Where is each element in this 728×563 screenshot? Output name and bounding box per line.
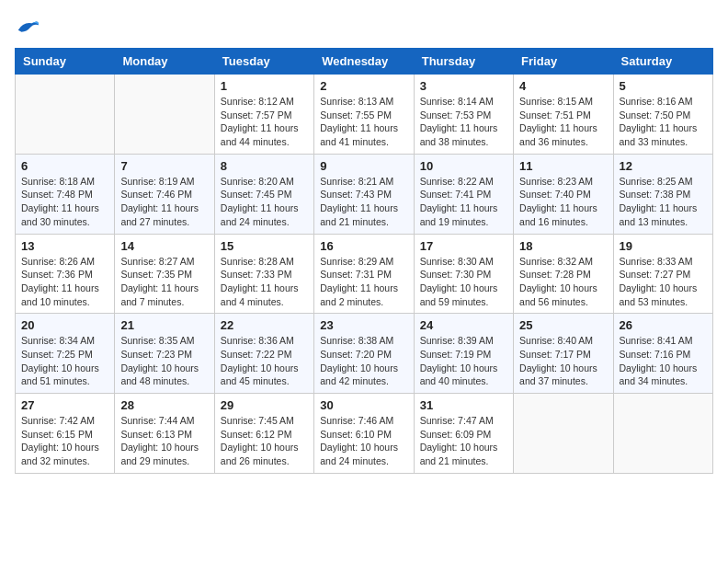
calendar-cell: 30Sunrise: 7:46 AM Sunset: 6:10 PM Dayli…	[314, 394, 414, 474]
day-info: Sunrise: 8:32 AM Sunset: 7:28 PM Dayligh…	[519, 255, 607, 309]
day-number: 10	[420, 159, 507, 173]
day-info: Sunrise: 8:16 AM Sunset: 7:50 PM Dayligh…	[620, 95, 707, 149]
day-info: Sunrise: 8:19 AM Sunset: 7:46 PM Dayligh…	[120, 175, 208, 229]
day-number: 4	[519, 79, 607, 93]
calendar-cell: 31Sunrise: 7:47 AM Sunset: 6:09 PM Dayli…	[414, 394, 513, 474]
col-header-friday: Friday	[514, 49, 613, 75]
calendar-cell: 8Sunrise: 8:20 AM Sunset: 7:45 PM Daylig…	[214, 154, 313, 234]
calendar-cell: 26Sunrise: 8:41 AM Sunset: 7:16 PM Dayli…	[613, 314, 712, 394]
calendar-cell: 15Sunrise: 8:28 AM Sunset: 7:33 PM Dayli…	[214, 234, 313, 314]
day-info: Sunrise: 8:27 AM Sunset: 7:35 PM Dayligh…	[120, 255, 208, 309]
day-info: Sunrise: 7:44 AM Sunset: 6:13 PM Dayligh…	[120, 414, 208, 468]
calendar-cell: 6Sunrise: 8:18 AM Sunset: 7:48 PM Daylig…	[16, 154, 115, 234]
day-info: Sunrise: 8:15 AM Sunset: 7:51 PM Dayligh…	[519, 95, 607, 149]
day-number: 30	[320, 398, 407, 412]
calendar-cell: 9Sunrise: 8:21 AM Sunset: 7:43 PM Daylig…	[314, 154, 414, 234]
day-info: Sunrise: 8:40 AM Sunset: 7:17 PM Dayligh…	[519, 334, 607, 388]
day-info: Sunrise: 8:25 AM Sunset: 7:38 PM Dayligh…	[620, 175, 707, 229]
day-info: Sunrise: 8:23 AM Sunset: 7:40 PM Dayligh…	[519, 175, 607, 229]
calendar-cell: 28Sunrise: 7:44 AM Sunset: 6:13 PM Dayli…	[115, 394, 214, 474]
calendar-cell: 20Sunrise: 8:34 AM Sunset: 7:25 PM Dayli…	[16, 314, 115, 394]
calendar-cell: 10Sunrise: 8:22 AM Sunset: 7:41 PM Dayli…	[414, 154, 513, 234]
calendar-header-row: SundayMondayTuesdayWednesdayThursdayFrid…	[16, 49, 713, 75]
calendar-cell: 7Sunrise: 8:19 AM Sunset: 7:46 PM Daylig…	[115, 154, 214, 234]
day-number: 17	[420, 239, 507, 253]
day-number: 25	[519, 318, 607, 332]
col-header-tuesday: Tuesday	[214, 49, 313, 75]
day-info: Sunrise: 8:34 AM Sunset: 7:25 PM Dayligh…	[21, 334, 108, 388]
day-info: Sunrise: 7:47 AM Sunset: 6:09 PM Dayligh…	[420, 414, 507, 468]
day-info: Sunrise: 8:22 AM Sunset: 7:41 PM Dayligh…	[420, 175, 507, 229]
day-info: Sunrise: 7:42 AM Sunset: 6:15 PM Dayligh…	[21, 414, 108, 468]
day-info: Sunrise: 8:41 AM Sunset: 7:16 PM Dayligh…	[620, 334, 707, 388]
calendar-week-row: 6Sunrise: 8:18 AM Sunset: 7:48 PM Daylig…	[16, 154, 713, 234]
calendar-cell: 17Sunrise: 8:30 AM Sunset: 7:30 PM Dayli…	[414, 234, 513, 314]
calendar-week-row: 27Sunrise: 7:42 AM Sunset: 6:15 PM Dayli…	[16, 394, 713, 474]
day-number: 26	[620, 318, 707, 332]
day-number: 15	[221, 239, 308, 253]
day-info: Sunrise: 8:38 AM Sunset: 7:20 PM Dayligh…	[320, 334, 407, 388]
calendar-week-row: 20Sunrise: 8:34 AM Sunset: 7:25 PM Dayli…	[16, 314, 713, 394]
calendar-table: SundayMondayTuesdayWednesdayThursdayFrid…	[15, 48, 713, 474]
day-number: 22	[221, 318, 308, 332]
day-number: 13	[21, 239, 108, 253]
col-header-wednesday: Wednesday	[314, 49, 414, 75]
calendar-cell: 18Sunrise: 8:32 AM Sunset: 7:28 PM Dayli…	[514, 234, 613, 314]
calendar-cell	[613, 394, 712, 474]
calendar-cell: 29Sunrise: 7:45 AM Sunset: 6:12 PM Dayli…	[214, 394, 313, 474]
day-number: 28	[120, 398, 208, 412]
day-number: 18	[519, 239, 607, 253]
col-header-thursday: Thursday	[414, 49, 513, 75]
calendar-cell: 13Sunrise: 8:26 AM Sunset: 7:36 PM Dayli…	[16, 234, 115, 314]
calendar-cell: 2Sunrise: 8:13 AM Sunset: 7:55 PM Daylig…	[314, 75, 414, 155]
calendar-week-row: 1Sunrise: 8:12 AM Sunset: 7:57 PM Daylig…	[16, 75, 713, 155]
day-info: Sunrise: 8:30 AM Sunset: 7:30 PM Dayligh…	[420, 255, 507, 309]
calendar-cell: 25Sunrise: 8:40 AM Sunset: 7:17 PM Dayli…	[514, 314, 613, 394]
day-number: 23	[320, 318, 407, 332]
logo	[15, 15, 44, 40]
day-number: 20	[21, 318, 108, 332]
day-number: 7	[120, 159, 208, 173]
calendar-cell: 12Sunrise: 8:25 AM Sunset: 7:38 PM Dayli…	[613, 154, 712, 234]
day-number: 12	[620, 159, 707, 173]
calendar-week-row: 13Sunrise: 8:26 AM Sunset: 7:36 PM Dayli…	[16, 234, 713, 314]
col-header-saturday: Saturday	[613, 49, 712, 75]
calendar-cell: 24Sunrise: 8:39 AM Sunset: 7:19 PM Dayli…	[414, 314, 513, 394]
day-info: Sunrise: 8:20 AM Sunset: 7:45 PM Dayligh…	[221, 175, 308, 229]
page-header	[15, 15, 713, 40]
calendar-cell: 27Sunrise: 7:42 AM Sunset: 6:15 PM Dayli…	[16, 394, 115, 474]
day-number: 27	[21, 398, 108, 412]
day-info: Sunrise: 8:29 AM Sunset: 7:31 PM Dayligh…	[320, 255, 407, 309]
day-info: Sunrise: 8:26 AM Sunset: 7:36 PM Dayligh…	[21, 255, 108, 309]
day-number: 21	[120, 318, 208, 332]
day-info: Sunrise: 7:46 AM Sunset: 6:10 PM Dayligh…	[320, 414, 407, 468]
day-info: Sunrise: 8:14 AM Sunset: 7:53 PM Dayligh…	[420, 95, 507, 149]
calendar-cell: 16Sunrise: 8:29 AM Sunset: 7:31 PM Dayli…	[314, 234, 414, 314]
col-header-sunday: Sunday	[16, 49, 115, 75]
day-info: Sunrise: 8:35 AM Sunset: 7:23 PM Dayligh…	[120, 334, 208, 388]
day-number: 29	[221, 398, 308, 412]
day-info: Sunrise: 8:39 AM Sunset: 7:19 PM Dayligh…	[420, 334, 507, 388]
day-info: Sunrise: 8:21 AM Sunset: 7:43 PM Dayligh…	[320, 175, 407, 229]
calendar-cell: 1Sunrise: 8:12 AM Sunset: 7:57 PM Daylig…	[214, 75, 313, 155]
day-number: 9	[320, 159, 407, 173]
day-number: 11	[519, 159, 607, 173]
day-info: Sunrise: 8:13 AM Sunset: 7:55 PM Dayligh…	[320, 95, 407, 149]
day-number: 14	[120, 239, 208, 253]
calendar-cell: 23Sunrise: 8:38 AM Sunset: 7:20 PM Dayli…	[314, 314, 414, 394]
day-number: 6	[21, 159, 108, 173]
day-number: 5	[620, 79, 707, 93]
day-info: Sunrise: 8:18 AM Sunset: 7:48 PM Dayligh…	[21, 175, 108, 229]
day-number: 24	[420, 318, 507, 332]
day-info: Sunrise: 8:28 AM Sunset: 7:33 PM Dayligh…	[221, 255, 308, 309]
calendar-cell	[16, 75, 115, 155]
calendar-cell: 4Sunrise: 8:15 AM Sunset: 7:51 PM Daylig…	[514, 75, 613, 155]
day-info: Sunrise: 8:36 AM Sunset: 7:22 PM Dayligh…	[221, 334, 308, 388]
day-number: 2	[320, 79, 407, 93]
day-number: 16	[320, 239, 407, 253]
day-info: Sunrise: 8:12 AM Sunset: 7:57 PM Dayligh…	[221, 95, 308, 149]
calendar-cell	[514, 394, 613, 474]
calendar-cell: 14Sunrise: 8:27 AM Sunset: 7:35 PM Dayli…	[115, 234, 214, 314]
calendar-cell: 5Sunrise: 8:16 AM Sunset: 7:50 PM Daylig…	[613, 75, 712, 155]
day-number: 31	[420, 398, 507, 412]
